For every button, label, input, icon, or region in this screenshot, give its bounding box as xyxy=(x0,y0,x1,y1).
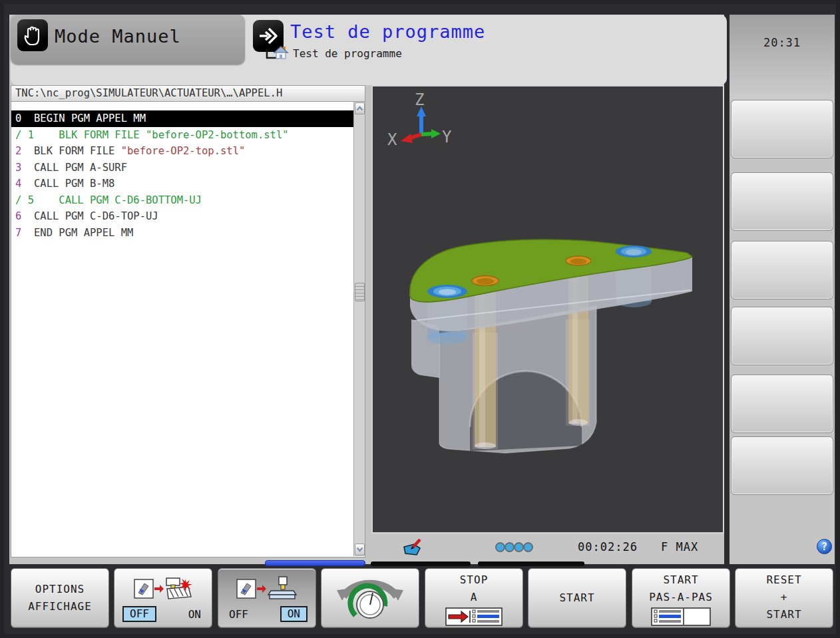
program-token: 7 xyxy=(15,227,21,239)
scroll-up-button[interactable] xyxy=(355,102,365,114)
program-token: 3 xyxy=(15,162,21,174)
program-token: CALL PGM A-SURF xyxy=(21,162,127,174)
softkey-start[interactable]: START xyxy=(528,568,626,628)
status-dot xyxy=(495,542,505,552)
home-icon xyxy=(273,45,289,60)
program-token: 2 xyxy=(15,145,21,157)
fixture-icon xyxy=(267,576,298,601)
softkey-blank[interactable] xyxy=(731,172,833,231)
softkey-label: START xyxy=(663,571,698,589)
status-dot xyxy=(514,542,524,552)
softkey-label: START xyxy=(559,589,594,607)
single-step-icon xyxy=(651,607,711,626)
softkey-label: RESET xyxy=(766,571,801,589)
program-lines: 0 BEGIN PGM APPEL MM/ 1 BLK FORM FILE "b… xyxy=(11,110,355,241)
softkey-blank[interactable] xyxy=(731,100,833,158)
softkey-collision-monitor-toggle[interactable]: OFF ON xyxy=(114,568,212,628)
softkey-override-dial[interactable] xyxy=(321,568,419,628)
program-token: / 5 CALL PGM C-D6-BOTTOM-UJ xyxy=(15,194,202,206)
softkey-start-single-step[interactable]: START PAS-A-PAS xyxy=(632,568,730,628)
program-line[interactable]: 4 CALL PGM B-M8 xyxy=(11,176,355,192)
column-divider xyxy=(724,15,730,564)
progress-bar-2 xyxy=(478,561,584,566)
axis-z-label: Z xyxy=(415,90,424,109)
program-token: BLK FORM FILE xyxy=(21,145,120,157)
softkey-label: STOP xyxy=(460,571,489,589)
program-token: 0 BEGIN PGM APPEL MM xyxy=(15,112,146,124)
program-line[interactable]: / 5 CALL PGM C-D6-BOTTOM-UJ xyxy=(11,192,355,209)
program-token: "before-OP2-top.stl" xyxy=(121,145,246,157)
softkey-label: PAS-A-PAS xyxy=(649,589,713,606)
screen-title: Test de programme xyxy=(290,21,485,42)
softkey-fixture-monitor-toggle[interactable]: OFF ON xyxy=(218,568,316,628)
toggle-off: OFF xyxy=(226,608,251,621)
clock: 20:31 xyxy=(730,36,835,49)
workpiece-3d xyxy=(410,239,692,453)
softkey-blank[interactable] xyxy=(731,375,833,433)
softkey-stop-at[interactable]: STOP A xyxy=(425,568,523,628)
arrow-icon xyxy=(256,584,267,593)
mode-label: Mode Manuel xyxy=(55,26,181,47)
axis-x-label: X xyxy=(387,130,397,149)
softkey-label: AFFICHAGE xyxy=(28,598,92,615)
program-line[interactable]: / 1 BLK FORM FILE "before-OP2-bottom.stl… xyxy=(11,127,355,144)
status-dot xyxy=(523,542,533,552)
stop-at-icon xyxy=(445,607,503,626)
program-token: CALL PGM C-D6-TOP-UJ xyxy=(21,210,158,222)
progress-bar-1 xyxy=(371,561,471,566)
program-panel[interactable]: 0 BEGIN PGM APPEL MM/ 1 BLK FORM FILE "b… xyxy=(11,102,365,558)
horizontal-scroll-thumb[interactable] xyxy=(265,560,365,566)
scroll-thumb[interactable] xyxy=(355,283,365,301)
softkey-blank[interactable] xyxy=(731,241,833,299)
program-token: 4 xyxy=(15,178,21,190)
simulation-viewport[interactable]: Z X Y xyxy=(371,85,724,534)
program-path-bar: TNC:\nc_prog\SIMULATEUR\ACTUATEUR\…\APPE… xyxy=(11,85,365,102)
mode-tab[interactable]: Mode Manuel xyxy=(11,15,245,65)
softkey-label: + xyxy=(781,589,788,606)
axis-y-label: Y xyxy=(442,128,452,146)
tool-icon xyxy=(236,579,256,599)
scroll-down-button[interactable] xyxy=(355,544,365,556)
tnc-screen: Mode Manuel Test de programme Test de pr… xyxy=(0,0,840,638)
feed-rate: F MAX xyxy=(661,540,698,554)
toggle-off: OFF xyxy=(122,606,156,622)
softkey-label: OPTIONS xyxy=(35,581,85,598)
program-token: 6 xyxy=(15,210,21,222)
active-program-label: Test de programme xyxy=(293,47,402,60)
status-dots xyxy=(495,542,532,552)
program-line[interactable]: 3 CALL PGM A-SURF xyxy=(11,160,355,176)
softkey-options-affichage[interactable]: OPTIONS AFFICHAGE xyxy=(11,568,109,628)
program-line[interactable]: 7 END PGM APPEL MM xyxy=(11,225,355,241)
vertical-scrollbar[interactable] xyxy=(353,102,365,556)
edit-workpiece-icon xyxy=(402,538,423,558)
toggle-on: ON xyxy=(186,608,204,621)
manual-mode-hand-icon xyxy=(17,19,48,51)
simulation-time: 00:02:26 xyxy=(578,540,638,554)
program-line[interactable]: 6 CALL PGM C-D6-TOP-UJ xyxy=(11,208,355,225)
program-token: END PGM APPEL MM xyxy=(21,227,133,239)
softkey-reset-start[interactable]: RESET + START xyxy=(735,568,833,628)
header-panel: Mode Manuel Test de programme Test de pr… xyxy=(11,15,727,85)
collision-icon xyxy=(164,577,192,601)
softkey-blank[interactable] xyxy=(731,307,833,365)
program-token: / 1 BLK FORM FILE "before-OP2-bottom.stl… xyxy=(15,129,289,141)
help-button[interactable]: ? xyxy=(817,539,832,554)
softkey-label: START xyxy=(766,606,801,623)
softkey-label: A xyxy=(471,589,478,606)
clock-zone xyxy=(730,15,835,100)
softkey-blank[interactable] xyxy=(731,436,833,495)
tool-icon xyxy=(134,579,154,599)
dial-icon xyxy=(331,571,409,625)
toggle-on: ON xyxy=(280,606,308,622)
arrow-icon xyxy=(154,584,164,593)
program-token: CALL PGM B-M8 xyxy=(21,178,114,190)
program-line[interactable]: 2 BLK FORM FILE "before-OP2-top.stl" xyxy=(11,143,355,160)
status-dot xyxy=(505,542,515,552)
axes-icon: Z X Y xyxy=(387,90,452,149)
program-line[interactable]: 0 BEGIN PGM APPEL MM xyxy=(11,110,355,127)
